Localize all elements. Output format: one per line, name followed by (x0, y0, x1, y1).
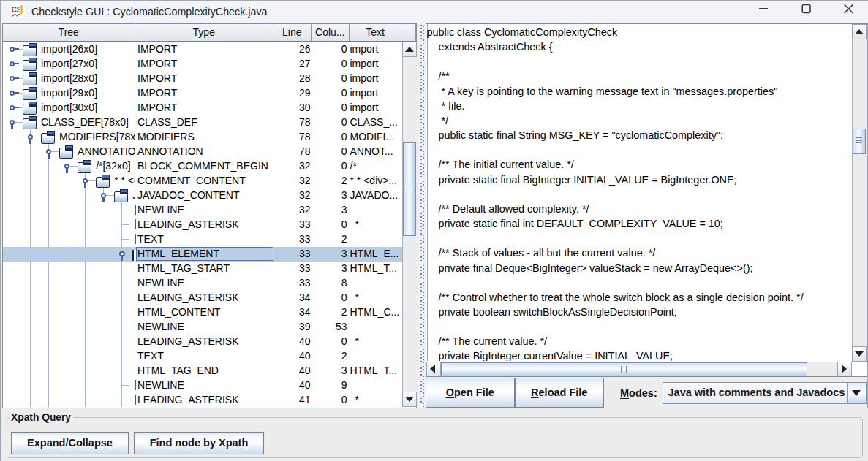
svg-text:CS: CS (12, 6, 22, 14)
